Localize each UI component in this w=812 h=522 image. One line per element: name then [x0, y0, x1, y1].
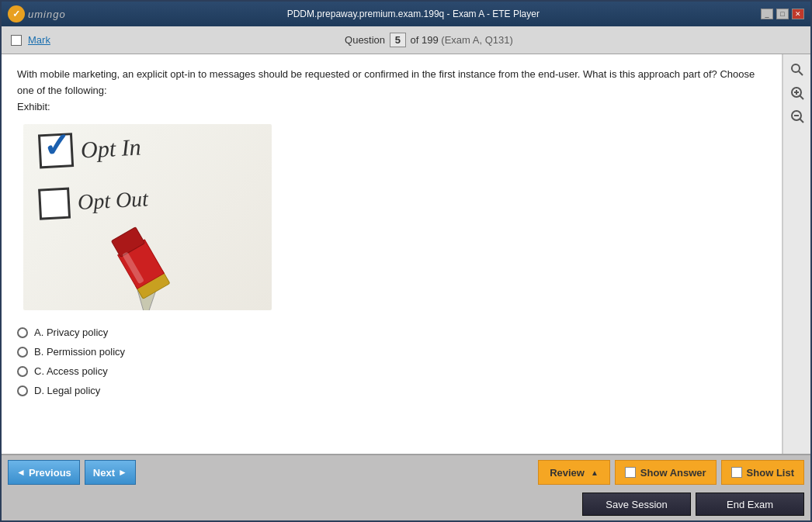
opt-in-group: ✓ Opt In [38, 130, 142, 169]
option-c[interactable]: C. Access policy [17, 361, 766, 381]
close-button[interactable]: ✕ [792, 9, 804, 19]
action-row: Save Session End Exam [2, 489, 810, 520]
previous-button[interactable]: ◄ Previous [8, 460, 80, 485]
logo-check-icon: ✓ [12, 9, 20, 19]
checkmark-icon: ✓ [42, 130, 71, 164]
nav-row: ◄ Previous Next ► Review ▲ Show Answer S… [2, 455, 810, 489]
question-label: Question [345, 34, 385, 46]
review-button[interactable]: Review ▲ [538, 460, 610, 485]
next-arrow-icon: ► [118, 467, 127, 478]
opt-in-checkbox: ✓ [38, 133, 74, 169]
content-area: With mobile marketing, an explicit opt-i… [2, 54, 810, 454]
mark-checkbox[interactable] [11, 35, 22, 46]
logo-icon: ✓ [8, 5, 25, 22]
search-icon[interactable] [788, 60, 807, 79]
title-bar: ✓ umingo PDDM.prepaway.premium.exam.199q… [2, 2, 810, 26]
svg-line-12 [800, 119, 803, 123]
show-list-label: Show List [747, 467, 794, 479]
svg-line-6 [799, 71, 803, 75]
option-b-text: B. Permission policy [34, 346, 125, 358]
svg-point-5 [792, 64, 800, 72]
options-list: A. Privacy policy B. Permission policy C… [17, 323, 766, 400]
show-answer-button[interactable]: Show Answer [615, 460, 717, 485]
question-number: 5 [390, 33, 406, 47]
exam-ref: (Exam A, Q131) [441, 34, 512, 46]
end-exam-button[interactable]: End Exam [696, 493, 804, 516]
question-text: With mobile marketing, an explicit opt-i… [17, 67, 766, 115]
next-button[interactable]: Next ► [85, 460, 136, 485]
option-a[interactable]: A. Privacy policy [17, 323, 766, 342]
main-window: ✓ umingo PDDM.prepaway.premium.exam.199q… [0, 0, 812, 522]
option-a-text: A. Privacy policy [34, 327, 108, 338]
question-body: With mobile marketing, an explicit opt-i… [17, 68, 755, 96]
option-d[interactable]: D. Legal policy [17, 381, 766, 400]
title-bar-left: ✓ umingo [8, 5, 66, 22]
radio-a[interactable] [17, 327, 28, 338]
review-arrow-icon: ▲ [591, 468, 599, 477]
show-answer-checkbox[interactable] [625, 467, 636, 478]
mark-link[interactable]: Mark [28, 34, 50, 46]
window-title: PDDM.prepaway.premium.exam.199q - Exam A… [66, 9, 761, 19]
previous-label: Previous [29, 467, 71, 479]
radio-b[interactable] [17, 347, 28, 358]
exhibit-label: Exhibit: [17, 101, 50, 112]
save-session-button[interactable]: Save Session [582, 493, 691, 516]
zoom-out-icon[interactable] [788, 107, 807, 126]
right-sidebar [783, 54, 810, 454]
review-label: Review [550, 467, 585, 479]
bottom-bar: ◄ Previous Next ► Review ▲ Show Answer S… [2, 454, 810, 520]
next-label: Next [93, 467, 115, 479]
question-total: of 199 [411, 34, 439, 46]
svg-line-8 [800, 95, 803, 99]
exhibit-image: ✓ Opt In Opt Out [23, 124, 272, 310]
question-panel: With mobile marketing, an explicit opt-i… [2, 54, 783, 454]
prev-arrow-icon: ◄ [16, 467, 26, 478]
window-controls: _ □ ✕ [761, 9, 804, 19]
radio-c[interactable] [17, 366, 28, 377]
zoom-in-icon[interactable] [788, 84, 807, 102]
option-d-text: D. Legal policy [34, 385, 100, 396]
show-list-checkbox[interactable] [731, 467, 742, 478]
restore-button[interactable]: □ [776, 9, 789, 19]
show-list-button[interactable]: Show List [721, 460, 804, 485]
logo-text: umingo [28, 9, 66, 20]
option-b[interactable]: B. Permission policy [17, 342, 766, 361]
opt-in-label: Opt In [80, 134, 141, 164]
show-answer-label: Show Answer [640, 467, 706, 479]
minimize-button[interactable]: _ [761, 9, 773, 19]
option-c-text: C. Access policy [34, 365, 108, 377]
logo: ✓ umingo [8, 5, 66, 22]
pen-svg [54, 202, 272, 310]
toolbar: Mark Question 5 of 199 (Exam A, Q131) [2, 26, 810, 54]
radio-d[interactable] [17, 385, 28, 396]
question-info: Question 5 of 199 (Exam A, Q131) [345, 33, 513, 47]
